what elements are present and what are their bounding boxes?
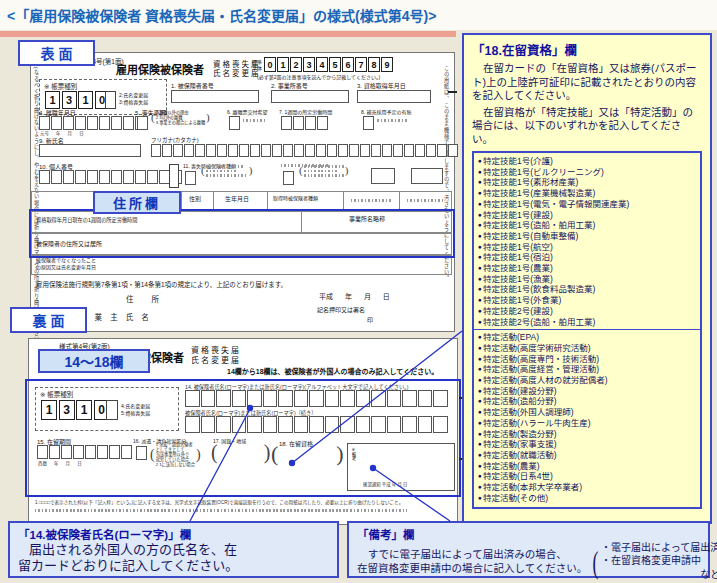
list-item: 特定活動(高度学術研究活動)	[478, 343, 696, 354]
paren-close: )	[206, 112, 210, 123]
address-field-label: 住所欄	[93, 191, 181, 214]
illegible-text	[35, 509, 407, 512]
illegible-text	[206, 170, 236, 173]
field4-boxes	[39, 116, 146, 130]
field9-kana-boxes	[151, 144, 458, 157]
list-item: 特定技能2号(建設)	[478, 306, 696, 317]
field11-box	[185, 171, 196, 185]
employer-name-word: 事 業 主 氏 名	[79, 311, 152, 322]
tokutei-katsudou-list: 特定活動(EPA)特定活動(高度学術研究活動)特定活動(高度専門・技術活動)特定…	[478, 332, 696, 503]
field12-note: ( )	[299, 164, 348, 178]
list-item: 特定活動(日系4世)	[478, 471, 696, 482]
list-item: 特定技能1号(ビルクリーニング)	[478, 167, 696, 178]
bracket-open: (	[593, 544, 599, 580]
field6-box	[229, 116, 240, 130]
list-item: 特定活動(造船分野)	[478, 396, 696, 407]
paren-open: (	[151, 112, 155, 123]
field10-boxes	[39, 170, 182, 184]
tokutei-ginou-list: 特定技能1号(介護)特定技能1号(ビルクリーニング)特定技能1号(素形材産業)特…	[478, 156, 696, 327]
remarks-callout-content: すでに電子届出によって届出済みの場合、 在留資格変更申請中の場合に記入してくださ…	[357, 542, 700, 581]
fields-14-18-label: 14〜18欄	[38, 349, 150, 373]
list-item: 特定技能1号(造船・舶用工業)	[478, 220, 696, 231]
list-item: 特定活動(外国人調理師)	[478, 407, 696, 418]
address-highlight-rect	[29, 209, 455, 258]
front-read-note: (必ず第2面の注意事項を読んでから記載してください。)	[257, 73, 380, 80]
field7-boxes	[281, 116, 328, 130]
field13b-box	[411, 168, 443, 184]
romaji-callout-body2: 留カードどおりに記入してください。	[18, 558, 329, 574]
remarks-callout-title: 「備考」欄	[357, 526, 700, 542]
signature-word: 記名押印又は署名	[317, 305, 365, 314]
front-form-title: 雇用保険被保険者	[116, 61, 204, 77]
field11-note: ( )	[201, 164, 252, 178]
law-statement: 雇用保険法施行規則第7条第1項・第14条第1項の規定により、上記のとおり届けます…	[36, 279, 287, 289]
fold-mark	[448, 91, 457, 93]
field9-kana-label: フリガナ(カタカナ)	[151, 136, 199, 144]
page-title: <「雇用保険被保険者 資格喪失届・氏名変更届」の様式(様式第4号)>	[7, 5, 436, 25]
divider	[399, 191, 400, 211]
zairyu-box-heading: 「18.在留資格」欄	[472, 40, 702, 59]
zairyu-box-para2: 在留資格が「特定技能」又は「特定活動」の場合には、以下のいずれかを記入してくださ…	[472, 106, 702, 147]
list-item: 特定技能1号(介護)	[478, 156, 696, 167]
romaji-callout-body1: 届出される外国人の方の氏名を、在	[18, 542, 329, 558]
pink-divider-bar	[0, 31, 456, 37]
field7-label: 7. 1週間の所定労働時間	[279, 108, 332, 115]
list-item: 特定活動(家事支援)	[478, 439, 696, 450]
list-item: 特定技能1号(農業)	[478, 263, 696, 274]
list-item: 特定技能1号(飲食料品製造業)	[478, 284, 696, 295]
foreigners-only-note: 14欄から18欄は、被保険者が外国人の場合のみ記入してください。	[227, 366, 438, 376]
romaji-callout-title: 「14.被保険者氏名(ローマ字)」欄	[18, 526, 329, 542]
illegible-text	[304, 174, 344, 177]
illegible-text	[377, 119, 407, 122]
field9-box	[39, 144, 141, 157]
office-use-box	[169, 164, 179, 188]
form-type-label: ※ 帳票種別	[44, 81, 77, 91]
illegible-text	[351, 199, 391, 202]
form-type-empty-box	[105, 91, 116, 109]
standard-font-label: 標準 字体	[252, 59, 262, 71]
list-item: 特定技能1号(航空)	[478, 242, 696, 253]
loss-reason-label: 被保険者でなくなったこと の原因又は氏名変更年月日	[36, 257, 96, 271]
list-item: 特定活動(製造分野)	[478, 429, 696, 440]
list-item: 特定技能1号(漁業)	[478, 274, 696, 285]
back-side-label: 裏 面	[10, 307, 87, 333]
remarks-example-items: ・電子届出によって届出済・在留資格変更申請中 など	[601, 542, 717, 581]
field5-box	[137, 116, 148, 130]
standard-digit-boxes: 0123456789	[264, 57, 393, 72]
field3-label: 3. 資格取得年月日	[357, 81, 406, 90]
field2-label: 2. 事業所番号	[271, 81, 308, 90]
back-form-subtitles: 資格喪失届 氏名変更届	[191, 346, 241, 366]
zairyu-box-para1: 在留カードの「在留資格」又は旅券(パスポート)上の上陸許可証印に記載されたとおり…	[472, 62, 702, 103]
field12-box	[283, 171, 294, 185]
list-item: 特定活動(EPA)	[478, 332, 696, 343]
fields-14-18-highlight-rect	[25, 379, 461, 497]
list-item: 特定活動(建設分野)	[478, 386, 696, 397]
illegible-text	[407, 199, 445, 202]
seal-word: 印	[367, 315, 373, 324]
list-item: 特定活動(高度専門・技術活動)	[478, 354, 696, 365]
date-word: 平成 年 月 日	[319, 291, 390, 301]
list-item: ・電子届出によって届出済	[601, 542, 717, 555]
list-item: 特定活動(本邦大学卒業者)	[478, 482, 696, 493]
illegible-text	[243, 119, 265, 122]
field8-label: 8. 補充採用予定の有無	[361, 108, 412, 115]
remarks-example-suffix: など	[601, 566, 717, 581]
remarks-callout: 「備考」欄 すでに電子届出によって届出済みの場合、 在留資格変更申請中の場合に記…	[347, 521, 710, 578]
field5-note: ( 1 離職以外の理由2 3以外の離職3 事業主の都合による離職 )	[151, 110, 210, 125]
romaji-name-callout: 「14.被保険者氏名(ローマ字)」欄 届出される外国人の方の氏名を、在 留カード…	[8, 521, 339, 578]
address-word: 住 所	[126, 293, 159, 304]
list-item: 特定活動(高度経営・管理活動)	[478, 364, 696, 375]
list-item: 特定技能1号(宿泊)	[478, 252, 696, 263]
divider	[343, 191, 344, 211]
list-item: 特定活動(就職活動)	[478, 450, 696, 461]
front-side-label: 表 面	[18, 40, 95, 66]
field1-box	[171, 90, 259, 103]
status-options-list: 特定技能1号(介護)特定技能1号(ビルクリーニング)特定技能1号(素形材産業)特…	[472, 151, 702, 509]
col-insured-type: 取得時被保険者種類	[273, 194, 318, 201]
list-item: 特定技能1号(電気・電子情報関連産業)	[478, 199, 696, 210]
leaflet-page: <「雇用保険被保険者 資格喪失届・氏名変更届」の様式(様式第4号)> (なるべく…	[0, 0, 717, 583]
list-item: 特定技能1号(産業機械製造業)	[478, 188, 696, 199]
field2-box	[271, 90, 349, 103]
list-item: 特定技能1号(素形材産業)	[478, 177, 696, 188]
list-divider	[474, 329, 700, 330]
